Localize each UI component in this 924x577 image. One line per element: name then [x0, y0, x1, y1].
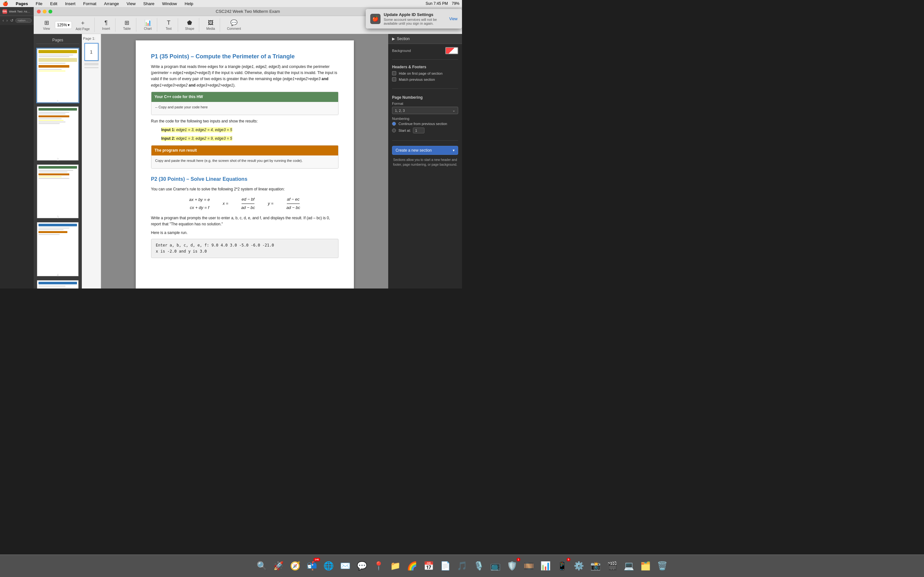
match-previous-checkbox[interactable] — [392, 77, 396, 81]
d2l-favicon: D2L — [3, 9, 7, 14]
page-nav-1-footer2 — [84, 67, 99, 68]
text-button[interactable]: T Text — [162, 18, 176, 32]
section-panel-header: ▶ Section — [388, 34, 462, 44]
input1: Input 1: edge1 = 3, edge2 = 4, edge3 = 5 — [162, 127, 338, 133]
section-chevron: ▶ — [392, 37, 395, 41]
format-dropdown[interactable]: 1, 2, 3 ⌄ — [392, 107, 458, 114]
menu-insert[interactable]: Insert — [64, 1, 77, 6]
format-chevron: ⌄ — [452, 108, 455, 113]
doc-area: P1 (35 Points) – Compute the Perimeter o… — [101, 34, 388, 288]
start-at-radio[interactable] — [392, 129, 396, 132]
format-label: Format — [392, 102, 458, 105]
math-x-num: ed − bf — [242, 196, 254, 204]
page-thumb-img-3 — [37, 164, 79, 219]
menubar-battery: 79% — [452, 1, 459, 6]
menu-pages[interactable]: Pages — [15, 1, 29, 6]
menu-edit[interactable]: Edit — [49, 1, 58, 6]
maximize-button[interactable] — [48, 10, 52, 13]
table-label: Table — [123, 27, 131, 31]
result-body[interactable]: Copy and paste the result here (e.g. the… — [152, 155, 338, 168]
run-text: Run the code for the following two input… — [151, 118, 338, 124]
view-label: View — [43, 27, 50, 31]
browser-tab[interactable]: D2L Week Two: Assign... — [0, 7, 34, 16]
pages-panel-label: Pages — [36, 37, 79, 44]
math-y-frac: af − ec ad − bc — [286, 196, 300, 211]
view-button[interactable]: ⊞ View — [39, 18, 53, 32]
nav-forward[interactable]: › — [6, 18, 8, 23]
add-page-label: Add Page — [76, 27, 90, 31]
table-button[interactable]: ⊞ Table — [120, 18, 134, 32]
nav-back[interactable]: ‹ — [2, 18, 5, 23]
math-x-label: x = — [223, 200, 228, 207]
hide-first-page-label: Hide on first page of section — [399, 71, 443, 75]
minimize-button[interactable] — [43, 10, 47, 13]
zoom-dropdown[interactable]: 125% ▾ — [55, 21, 72, 29]
insert-button[interactable]: ¶ Insert — [99, 18, 113, 32]
menu-share[interactable]: Share — [142, 1, 156, 6]
comment-icon: 💬 — [230, 19, 237, 26]
page-thumb-5[interactable]: 5 — [36, 279, 79, 288]
right-panel: ▶ Section Background Headers & Footers H… — [388, 34, 462, 288]
p2-sample-label: Here is a sample run. — [151, 230, 338, 236]
start-at-input[interactable] — [413, 127, 425, 133]
traffic-lights — [37, 10, 52, 13]
menu-arrange[interactable]: Arrange — [103, 1, 120, 6]
notification-icon: 🍎 — [370, 14, 381, 24]
page-thumb-3[interactable]: 3 — [36, 164, 79, 219]
toolbar-shape-group: ⬟ Shape — [181, 18, 199, 32]
page-thumb-img-2 — [37, 106, 79, 161]
doc-body: Write a program that reads three edges f… — [151, 64, 338, 258]
notification-view-button[interactable]: View — [449, 17, 457, 21]
url-bar[interactable]: nationalu.br... — [15, 18, 32, 23]
page-thumb-1[interactable]: 1 — [36, 48, 79, 103]
continue-radio[interactable] — [392, 122, 396, 126]
math-system: ax + by = e cx + dy = f — [189, 197, 210, 211]
page-nav-1[interactable]: 1 — [84, 43, 99, 61]
media-label: Media — [206, 27, 215, 31]
math-eq2: cx + dy = f — [189, 205, 210, 211]
menu-help[interactable]: Help — [184, 1, 195, 6]
text-icon: T — [167, 19, 170, 26]
page-thumb-img-5 — [37, 280, 79, 288]
divider-3 — [392, 140, 458, 141]
window-title: CSC242 Week Two Midterm Exam — [216, 9, 280, 14]
code-box-body[interactable]: -- Copy and paste your code here — [152, 102, 338, 115]
match-previous-label: Match previous section — [399, 77, 435, 81]
close-button[interactable] — [37, 10, 41, 13]
shape-icon: ⬟ — [187, 19, 192, 26]
page-thumb-4[interactable]: 4 — [36, 221, 79, 277]
notification-header: 🍎 Update Apple ID Settings Some account … — [366, 9, 462, 29]
nav-reload[interactable]: ↺ — [10, 18, 14, 23]
toolbar-view-group: ⊞ View 125% ▾ ＋ Add Page — [37, 18, 95, 32]
section-header-label: Section — [397, 37, 410, 41]
shape-button[interactable]: ⬟ Shape — [183, 18, 197, 32]
p2-title: P2 (30 Points) – Solve Linear Equations — [151, 175, 338, 183]
create-section-chevron: ▾ — [453, 148, 455, 153]
start-at-radio-row: Start at: — [392, 127, 458, 133]
result-box: The program run result Copy and paste th… — [151, 145, 338, 169]
sample-run-line1: Enter a, b, c, d, e, f: 9.0 4.0 3.0 -5.0… — [156, 242, 334, 248]
zoom-chevron: ▾ — [68, 23, 69, 27]
apple-menu[interactable]: 🍎 — [3, 1, 8, 6]
table-icon: ⊞ — [124, 19, 129, 26]
text-label: Text — [166, 27, 171, 31]
menu-view[interactable]: View — [126, 1, 137, 6]
add-page-button[interactable]: ＋ Add Page — [73, 18, 92, 32]
p2-body2: Write a program that prompts the user to… — [151, 215, 338, 227]
code-placeholder: -- Copy and paste your code here — [155, 105, 208, 109]
toolbar-chart-group: 📊 Chart — [139, 18, 157, 32]
menu-file[interactable]: File — [34, 1, 44, 6]
create-section-dropdown[interactable]: Create a new section ▾ — [392, 146, 458, 155]
comment-button[interactable]: 💬 Comment — [225, 18, 244, 32]
media-button[interactable]: 🖼 Media — [204, 18, 218, 32]
hide-first-page-row: Hide on first page of section — [392, 71, 458, 75]
divider-1 — [392, 59, 458, 60]
page-thumb-2[interactable]: 2 — [36, 106, 79, 161]
menu-window[interactable]: Window — [161, 1, 178, 6]
chart-button[interactable]: 📊 Chart — [141, 18, 155, 32]
hide-first-page-checkbox[interactable] — [392, 71, 396, 75]
menu-format[interactable]: Format — [82, 1, 97, 6]
menubar: 🍎 Pages File Edit Insert Format Arrange … — [0, 0, 462, 7]
result-header: The program run result — [152, 145, 338, 155]
background-color-swatch[interactable] — [445, 47, 458, 54]
